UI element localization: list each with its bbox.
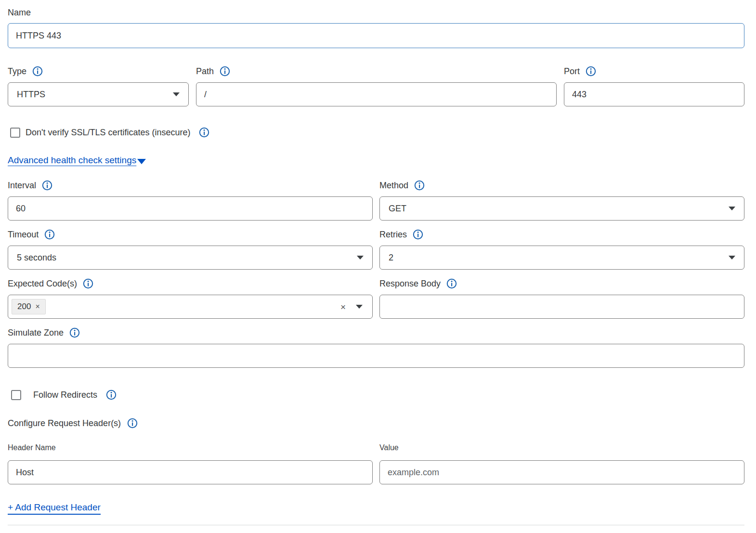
header-value-label: Value [379,443,399,452]
port-label: Port [564,66,580,77]
field-interval: Interval [8,180,373,221]
interval-info-icon[interactable] [42,180,52,191]
follow-redirects-row: Follow Redirects [8,390,744,400]
method-select[interactable]: GET [379,196,744,221]
chevron-down-icon [729,256,735,260]
simulate-zone-info-icon[interactable] [69,327,80,338]
codes-body-row: Expected Code(s) 200 × × Response Body [8,278,744,319]
timeout-info-icon[interactable] [44,229,55,240]
field-header-name: Header Name [8,443,373,484]
field-response-body: Response Body [379,278,744,319]
retries-info-icon[interactable] [413,229,423,240]
advanced-settings-row: Advanced health check settings [8,155,744,166]
path-input[interactable] [196,82,557,106]
simulate-zone-input[interactable] [8,344,744,368]
name-label: Name [8,8,31,18]
expected-codes-info-icon[interactable] [83,278,93,289]
code-tag-value: 200 [17,302,31,312]
section-divider [8,525,744,525]
response-body-label: Response Body [379,279,441,289]
retries-select-value: 2 [389,253,393,263]
method-info-icon[interactable] [414,180,425,191]
request-headers-heading: Configure Request Header(s) [8,418,121,429]
field-port: Port [564,66,744,106]
add-request-header-link[interactable]: + Add Request Header [8,502,101,515]
header-row: Header Name Value [8,443,744,484]
add-header-row: + Add Request Header [8,502,101,513]
follow-redirects-label: Follow Redirects [33,390,97,400]
ssl-verify-label: Don't verify SSL/TLS certificates (insec… [26,128,191,138]
path-info-icon[interactable] [220,66,230,77]
interval-input[interactable] [8,196,373,221]
ssl-verify-checkbox[interactable] [10,128,20,138]
method-select-value: GET [389,204,406,214]
follow-redirects-checkbox[interactable] [11,390,21,400]
field-path: Path [196,66,557,106]
method-label: Method [379,181,408,191]
chevron-down-icon [137,159,146,164]
request-headers-heading-row: Configure Request Header(s) [8,418,744,429]
header-value-input[interactable] [379,460,744,484]
field-retries: Retries 2 [379,229,744,270]
path-label: Path [196,66,214,77]
timeout-select-value: 5 seconds [17,253,56,263]
follow-redirects-info-icon[interactable] [106,390,117,400]
type-label: Type [8,66,26,77]
header-name-input[interactable] [8,460,373,484]
chevron-down-icon [357,256,364,260]
request-headers-info-icon[interactable] [127,418,138,429]
response-body-input[interactable] [379,295,744,319]
type-info-icon[interactable] [32,66,43,77]
retries-label: Retries [379,230,407,240]
type-select[interactable]: HTTPS [8,82,189,106]
field-method: Method GET [379,180,744,221]
field-expected-codes: Expected Code(s) 200 × × [8,278,373,319]
interval-method-row: Interval Method GET [8,180,744,221]
field-type: Type HTTPS [8,66,189,106]
ssl-verify-checkbox-row: Don't verify SSL/TLS certificates (insec… [8,127,744,138]
timeout-retries-row: Timeout 5 seconds Retries 2 [8,229,744,270]
chevron-down-icon[interactable] [356,305,363,309]
code-tag: 200 × [12,299,46,314]
field-timeout: Timeout 5 seconds [8,229,373,270]
expected-codes-multiselect[interactable]: 200 × × [8,295,373,319]
response-body-info-icon[interactable] [446,278,457,289]
header-name-label: Header Name [8,443,56,452]
port-input[interactable] [564,82,744,106]
interval-label: Interval [8,181,36,191]
clear-all-icon[interactable]: × [340,302,346,312]
expected-codes-label: Expected Code(s) [8,279,77,289]
chevron-down-icon [173,92,180,96]
timeout-select[interactable]: 5 seconds [8,246,373,270]
ssl-verify-info-icon[interactable] [199,127,209,138]
timeout-label: Timeout [8,230,39,240]
remove-tag-icon[interactable]: × [35,302,39,311]
simulate-zone-label: Simulate Zone [8,328,64,338]
field-name: Name [8,8,744,48]
field-simulate-zone: Simulate Zone [8,327,744,368]
name-input[interactable] [8,23,744,48]
advanced-settings-link[interactable]: Advanced health check settings [8,155,136,166]
type-select-value: HTTPS [17,90,45,100]
field-header-value: Value [379,443,744,484]
retries-select[interactable]: 2 [379,246,744,270]
chevron-down-icon [729,207,735,210]
health-check-form: Name Type HTTPS Path [0,0,756,525]
port-info-icon[interactable] [586,66,596,77]
type-path-port-row: Type HTTPS Path Port [8,66,744,106]
